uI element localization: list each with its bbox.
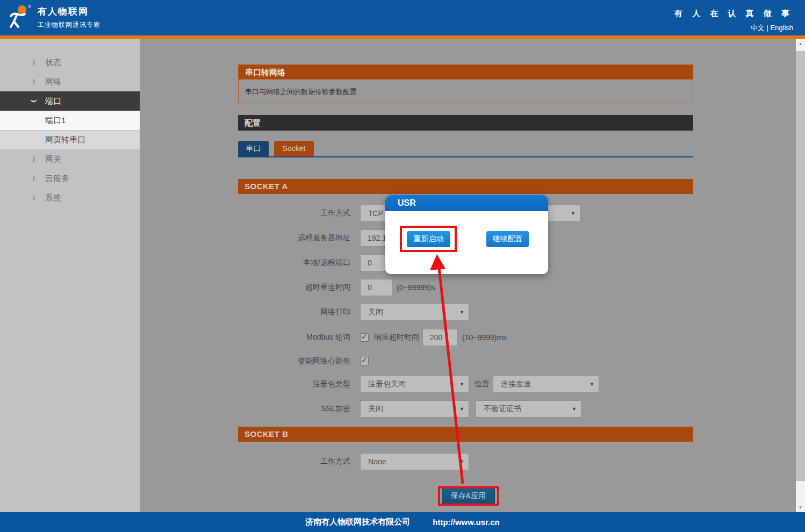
reconnect-time-label: 超时重连时间	[140, 283, 350, 292]
tab-socket[interactable]: Socket	[274, 141, 314, 156]
row-reg-packet: 注册包类型 注册包关闭 位置 连接发送	[140, 376, 731, 393]
sidebar: 状态 网络 端口 端口1 网页转串口 网关 云服务 系统	[0, 39, 140, 512]
remote-addr-label: 远程服务器地址	[140, 233, 350, 243]
dropdown-arrow-icon	[459, 310, 464, 315]
scrollbar-down-icon[interactable]: ▼	[796, 503, 805, 512]
sidebar-item-web-to-serial[interactable]: 网页转串口	[0, 130, 140, 149]
sidebar-item-port1[interactable]: 端口1	[0, 111, 140, 130]
continue-config-button[interactable]: 继续配置	[486, 231, 529, 247]
sidebar-item-network[interactable]: 网络	[0, 72, 140, 91]
socket-b-header: SOCKET B	[238, 427, 693, 442]
sidebar-item-status[interactable]: 状态	[0, 53, 140, 72]
tab-serial[interactable]: 串口	[238, 141, 269, 156]
sidebar-item-label: 云服务	[45, 174, 69, 184]
ssl-label: SSL加密	[140, 404, 350, 414]
brand-subtitle: 工业物联网通讯专家	[38, 20, 100, 30]
chevron-right-icon	[32, 76, 45, 87]
reconnect-time-hint: (0~99999)s	[397, 283, 435, 292]
dropdown-arrow-icon	[590, 382, 594, 387]
page-description: 串口与网络之间的数据传输参数配置	[238, 79, 693, 103]
work-mode-b-select[interactable]: None	[360, 453, 469, 470]
row-net-print: 网络打印 关闭	[140, 304, 731, 321]
heartbeat-label: 使能网络心跳包	[140, 356, 350, 366]
sidebar-item-system[interactable]: 系统	[0, 188, 140, 207]
chevron-right-icon	[32, 57, 45, 68]
row-reconnect-time: 超时重连时间 (0~99999)s	[140, 279, 731, 296]
heartbeat-checkbox[interactable]	[360, 357, 369, 365]
sidebar-item-label: 端口1	[45, 116, 66, 126]
sidebar-item-cloud[interactable]: 云服务	[0, 169, 140, 188]
modbus-poll-label: Modbus 轮询	[140, 333, 350, 342]
top-header: ® 有人物联网 工业物联网通讯专家 有 人 在 认 真 做 事 中文 | Eng…	[0, 0, 805, 35]
chevron-down-icon	[32, 96, 45, 106]
sidebar-item-label: 系统	[45, 193, 61, 203]
net-print-select[interactable]: 关闭	[360, 304, 469, 321]
lang-en-link[interactable]: English	[770, 24, 793, 32]
modbus-timeout-label: 响应超时时间	[374, 333, 419, 342]
sidebar-item-label: 网页转串口	[45, 135, 85, 145]
usr-dialog: USR 重新启动 继续配置	[385, 195, 548, 274]
ssl-select[interactable]: 关闭	[360, 400, 469, 418]
dropdown-arrow-icon	[571, 211, 576, 216]
work-mode-label: 工作方式	[140, 209, 350, 218]
chevron-right-icon	[32, 154, 45, 164]
reconnect-time-input[interactable]	[360, 279, 392, 296]
scrollbar-thumb[interactable]	[796, 51, 805, 481]
footer: 济南有人物联网技术有限公司 http://www.usr.cn	[0, 512, 805, 532]
chevron-right-icon	[32, 173, 45, 184]
work-mode-b-label: 工作方式	[140, 457, 350, 466]
main-content: 串口转网络 串口与网络之间的数据传输参数配置 配置 串口 Socket SOCK…	[140, 39, 796, 512]
header-slogan: 有 人 在 认 真 做 事	[674, 9, 793, 19]
row-work-mode-b: 工作方式 None	[140, 453, 731, 470]
ssl-cert-select[interactable]: 不验证证书	[476, 400, 581, 418]
page-title: 串口转网络	[238, 64, 693, 79]
modbus-poll-checkbox[interactable]	[360, 333, 369, 342]
net-print-label: 网络打印	[140, 307, 350, 317]
footer-url-link[interactable]: http://www.usr.cn	[433, 517, 499, 527]
sidebar-item-label: 端口	[45, 96, 61, 106]
socket-a-header: SOCKET A	[238, 179, 693, 194]
sidebar-item-label: 网关	[45, 154, 61, 164]
lang-zh-link[interactable]: 中文	[751, 24, 765, 32]
save-apply-button[interactable]: 保存&应用	[442, 488, 495, 504]
header-accent-stripe	[0, 35, 805, 39]
row-ssl: SSL加密 关闭 不验证证书	[140, 400, 731, 418]
brand: ® 有人物联网 工业物联网通讯专家	[6, 3, 100, 31]
modbus-timeout-hint: (10~9999)ms	[462, 333, 507, 342]
row-modbus-poll: Modbus 轮询 响应超时时间 (10~9999)ms	[140, 329, 731, 346]
modbus-timeout-input[interactable]	[422, 329, 458, 346]
scrollbar-up-icon[interactable]: ▲	[796, 39, 805, 48]
footer-company: 济南有人物联网技术有限公司	[305, 517, 410, 527]
sidebar-item-gateway[interactable]: 网关	[0, 149, 140, 169]
sidebar-item-port[interactable]: 端口	[0, 91, 140, 111]
svg-text:®: ®	[28, 4, 31, 9]
language-switcher: 中文 | English	[674, 23, 793, 33]
dialog-title: USR	[385, 195, 548, 211]
dropdown-arrow-icon	[572, 406, 577, 412]
vertical-scrollbar[interactable]: ▲ ▼	[796, 39, 805, 512]
local-remote-port-label: 本地/远程端口	[140, 258, 350, 268]
sidebar-item-label: 网络	[45, 77, 61, 87]
dropdown-arrow-icon	[459, 459, 464, 464]
reg-packet-pos-select[interactable]: 连接发送	[493, 376, 599, 393]
reg-packet-pos-label: 位置	[475, 379, 490, 389]
config-section-header: 配置	[238, 115, 693, 131]
dropdown-arrow-icon	[459, 406, 464, 412]
brand-title: 有人物联网	[38, 5, 100, 18]
row-heartbeat: 使能网络心跳包	[140, 353, 731, 370]
tab-underline	[238, 156, 693, 157]
chevron-right-icon	[32, 192, 45, 203]
usr-logo-icon: ®	[6, 3, 32, 31]
reg-packet-select[interactable]: 注册包关闭	[360, 376, 469, 393]
sidebar-item-label: 状态	[45, 57, 61, 68]
restart-button[interactable]: 重新启动	[407, 231, 450, 247]
reg-packet-label: 注册包类型	[140, 379, 350, 389]
lang-separator: |	[765, 24, 771, 32]
dropdown-arrow-icon	[459, 382, 464, 387]
tab-bar: 串口 Socket	[238, 141, 693, 156]
